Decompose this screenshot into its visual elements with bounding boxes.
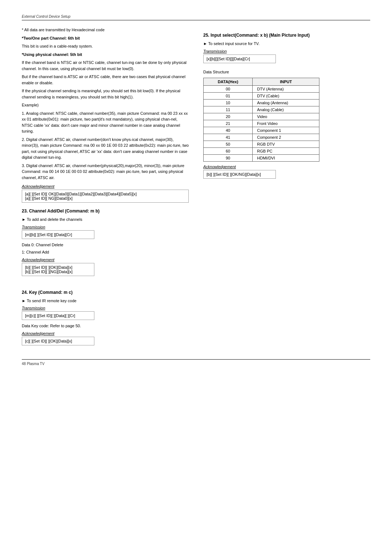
table-cell-hex: 11 xyxy=(204,106,253,113)
intro-line-1: *Two/One part Channel: 6th bit xyxy=(22,35,189,41)
header: External Control Device Setup xyxy=(22,15,370,20)
section-23-ack-label: Acknowledgement xyxy=(22,258,189,262)
table-cell-hex: 50 xyxy=(204,141,253,148)
section-24-transmission-code: [m][c][ ][Set ID][ ][Data][ ][Cr] xyxy=(22,311,94,320)
section-23-data-note2: 1: Channel Add xyxy=(22,249,189,255)
section-25: 25. Input select(Command: x b) (Main Pic… xyxy=(203,33,370,182)
table-cell-hex: 41 xyxy=(204,134,253,141)
table-cell-input: Component 1 xyxy=(253,127,319,134)
table-row: 01DTV (Cable) xyxy=(204,93,319,100)
footer: 48 Plasma TV xyxy=(22,359,370,366)
section-23-ack-line1: [b][ ][Set ID][ ][OK][Data][x] xyxy=(25,265,91,270)
left-column: * All data are transmitted by Hexadecima… xyxy=(22,27,189,348)
section-23-arrow: ► To add and delete the channels xyxy=(22,216,189,223)
header-title: External Control Device Setup xyxy=(22,15,70,19)
section-24: 24. Key (Command: m c) ► To send IR remo… xyxy=(22,290,189,348)
intro-example-2: 2. Digital channel: ATSC air, channel nu… xyxy=(22,137,189,161)
section-24-data-note: Data Key code: Refer to page 50. xyxy=(22,323,189,329)
intro-line-3: *Using physical channel: 5th bit xyxy=(22,52,189,58)
table-row: 00DTV (Antenna) xyxy=(204,86,319,93)
table-cell-input: DTV (Cable) xyxy=(253,93,319,100)
table-cell-hex: 00 xyxy=(204,86,253,93)
section-25-table: DATA(Hex) INPUT 00DTV (Antenna)01DTV (Ca… xyxy=(203,78,319,162)
footer-text: 48 Plasma TV xyxy=(22,362,45,366)
table-row: 20Video xyxy=(204,113,319,120)
table-cell-input: HDMI/DVI xyxy=(253,155,319,162)
section-23-transmission-code: [m][b][ ][Set ID][ ][Data][Cr] xyxy=(22,230,94,239)
section-23-title: 23. Channel Add/Del (Command: m b) xyxy=(22,208,189,214)
table-cell-hex: 01 xyxy=(204,93,253,100)
ack-1-line2: [a][ ][Set ID][ NG][Data0][x] xyxy=(25,196,185,200)
section-25-title: 25. Input select(Command: x b) (Main Pic… xyxy=(203,33,370,38)
ack-1-line1: [a][ ][Set ID][ OK][Data0][Data1][Data2]… xyxy=(25,192,185,196)
table-header-hex: DATA(Hex) xyxy=(204,78,253,86)
section-23-ack-line2: [b][ ][Set ID][ ][NG][Data][x] xyxy=(25,270,91,274)
intro-example-1: 1. Analog channel: NTSC cable, channel n… xyxy=(22,110,189,134)
section-23-data-note1: Data 0: Channel Delete xyxy=(22,242,189,248)
intro-para-2: But if the channel band is ATSC air or A… xyxy=(22,74,189,86)
table-row: 10Analog (Antenna) xyxy=(204,100,319,106)
section-25-ack-code: [b][ ][Set ID][ ][OK/NG][Data][x] xyxy=(203,170,276,179)
section-23: 23. Channel Add/Del (Command: m b) ► To … xyxy=(22,208,189,279)
section-25-data-structure-label: Data Structure xyxy=(203,69,370,75)
table-cell-hex: 90 xyxy=(204,155,253,162)
table-header-input: INPUT xyxy=(253,78,319,86)
section-25-transmission-code: [x][b][][Set ID][][Data][Cr] xyxy=(203,54,276,63)
table-row: 21Front Video xyxy=(204,120,319,127)
table-cell-input: Front Video xyxy=(253,120,319,127)
section-23-ack-code: [b][ ][Set ID][ ][OK][Data][x] [b][ ][Se… xyxy=(22,263,94,276)
table-cell-hex: 60 xyxy=(204,148,253,155)
table-cell-input: Video xyxy=(253,113,319,120)
ack-1-label: Acknowledgement xyxy=(22,184,189,189)
table-cell-hex: 10 xyxy=(204,100,253,106)
section-24-title: 24. Key (Command: m c) xyxy=(22,290,189,295)
intro-example-3: 3. Digital channel: ATSC air, channel nu… xyxy=(22,163,189,181)
section-25-arrow: ► To select input source for TV. xyxy=(203,41,370,47)
section-24-ack-code: [c][ ][Set ID][ ][OK][Data][x] xyxy=(22,337,94,345)
section-24-arrow: ► To send IR remote key code xyxy=(22,298,189,304)
section-23-transmission-label: Transmission xyxy=(22,225,189,229)
ack-1-code: [a][ ][Set ID][ OK][Data0][Data1][Data2]… xyxy=(22,190,189,203)
table-cell-hex: 21 xyxy=(204,120,253,127)
section-24-ack-label: Acknowledgement xyxy=(22,331,189,336)
table-row: 50RGB DTV xyxy=(204,141,319,148)
section-25-ack-label: Acknowledgement xyxy=(203,165,370,169)
acknowledgement-block-1: Acknowledgement [a][ ][Set ID][ OK][Data… xyxy=(22,184,189,203)
page: External Control Device Setup * All data… xyxy=(0,0,392,555)
section-24-transmission-label: Transmission xyxy=(22,306,189,310)
table-cell-input: RGB DTV xyxy=(253,141,319,148)
section-25-transmission-label: Transmission xyxy=(203,49,370,53)
intro-example-label: Example) xyxy=(22,102,189,108)
table-cell-input: Analog (Antenna) xyxy=(253,100,319,106)
table-row: 60RGB PC xyxy=(204,148,319,155)
table-cell-input: Analog (Cable) xyxy=(253,106,319,113)
table-cell-input: Component 2 xyxy=(253,134,319,141)
table-row: 41Component 2 xyxy=(204,134,319,141)
intro-para-3: If the physical channel sending is meani… xyxy=(22,88,189,100)
table-row: 11Analog (Cable) xyxy=(204,106,319,113)
table-row: 40Component 1 xyxy=(204,127,319,134)
main-content: * All data are transmitted by Hexadecima… xyxy=(22,27,370,348)
table-cell-hex: 40 xyxy=(204,127,253,134)
table-cell-input: RGB PC xyxy=(253,148,319,155)
table-cell-hex: 20 xyxy=(204,113,253,120)
intro-para-1: If the channel band is NTSC air or NTSC … xyxy=(22,60,189,72)
intro-line-0: * All data are transmitted by Hexadecima… xyxy=(22,27,189,33)
table-cell-input: DTV (Antenna) xyxy=(253,86,319,93)
right-column: 25. Input select(Command: x b) (Main Pic… xyxy=(203,27,370,348)
intro-line-2: This bit is used in a cable-ready system… xyxy=(22,43,189,49)
intro-block: * All data are transmitted by Hexadecima… xyxy=(22,27,189,181)
table-row: 90HDMI/DVI xyxy=(204,155,319,162)
